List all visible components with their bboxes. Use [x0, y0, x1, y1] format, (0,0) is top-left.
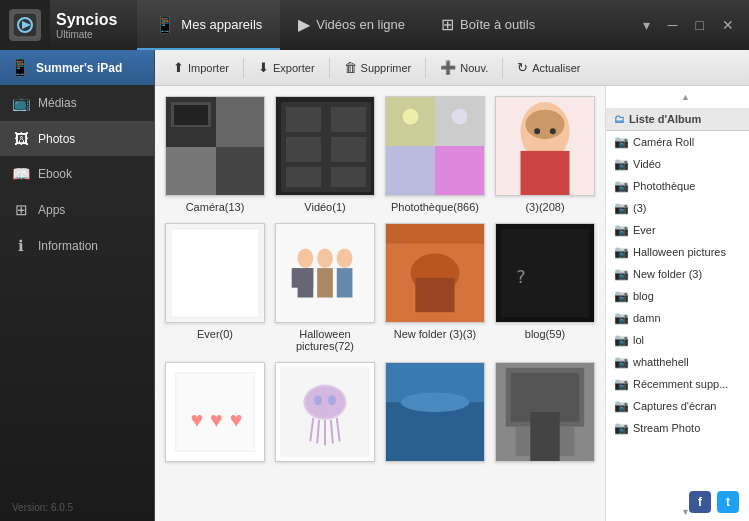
album-thumb-photolib: [385, 96, 485, 196]
scroll-up[interactable]: ▲: [606, 88, 749, 106]
album-list-item-lol[interactable]: 📷 lol: [606, 329, 749, 351]
facebook-button[interactable]: f: [689, 491, 711, 513]
twitter-button[interactable]: t: [717, 491, 739, 513]
lol-list-icon: 📷: [614, 333, 628, 347]
album-item-damn[interactable]: ♥ ♥ ♥: [165, 362, 265, 467]
album-item-photolib[interactable]: Photothèque(866): [385, 96, 485, 213]
album-list-item-camera-roll[interactable]: 📷 Caméra Roll: [606, 131, 749, 153]
album-list-item-ever[interactable]: 📷 Ever: [606, 219, 749, 241]
svg-point-68: [401, 392, 470, 412]
sidebar-item-information[interactable]: ℹ Information: [0, 228, 154, 264]
album-list-label-captures: Captures d'écran: [633, 400, 716, 412]
svg-rect-12: [286, 107, 321, 132]
album-item-video[interactable]: Vidéo(1): [275, 96, 375, 213]
album-list-item-damn[interactable]: 📷 damn: [606, 307, 749, 329]
close-button[interactable]: ✕: [717, 15, 739, 35]
information-icon: ℹ: [12, 237, 30, 255]
album-list-label-3: (3): [633, 202, 646, 214]
album-item-blog[interactable]: ? blog(59): [495, 223, 595, 352]
album-item-camera[interactable]: Caméra(13): [165, 96, 265, 213]
svg-rect-13: [331, 107, 366, 132]
album-list-label-photolib: Photothèque: [633, 180, 695, 192]
photolib-thumbnail: [386, 96, 484, 196]
album-list-item-recentlydel[interactable]: 📷 Récemment supp...: [606, 373, 749, 395]
svg-text:?: ?: [516, 267, 527, 287]
tab-videos[interactable]: ▶ Vidéos en ligne: [280, 0, 423, 50]
album-item-bathroom[interactable]: [495, 362, 595, 467]
album-list-item-photolib[interactable]: 📷 Photothèque: [606, 175, 749, 197]
album-thumb-video: [275, 96, 375, 196]
album-list-label-lol: lol: [633, 334, 644, 346]
photolib-list-icon: 📷: [614, 179, 628, 193]
album-list: 📷 Caméra Roll 📷 Vidéo 📷 Photothèque: [606, 131, 749, 503]
svg-rect-16: [286, 167, 321, 187]
medias-icon: 📺: [12, 94, 30, 112]
nav-tabs: 📱 Mes appareils ▶ Vidéos en ligne ⊞ Boît…: [117, 0, 637, 50]
minimize-button[interactable]: ─: [663, 15, 683, 35]
album-item-newfolder[interactable]: New folder (3)(3): [385, 223, 485, 352]
export-button[interactable]: ⬇ Exporter: [250, 57, 323, 78]
album-item-lol[interactable]: [275, 362, 375, 467]
halloween-list-icon: 📷: [614, 245, 628, 259]
whatthehell-list-icon: 📷: [614, 355, 628, 369]
album-list-item-3[interactable]: 📷 (3): [606, 197, 749, 219]
new-button[interactable]: ➕ Nouv.: [432, 57, 496, 78]
svg-rect-21: [386, 146, 435, 195]
lol-thumbnail: [276, 362, 374, 462]
album-list-item-captures[interactable]: 📷 Captures d'écran: [606, 395, 749, 417]
svg-rect-48: [501, 229, 589, 317]
album-thumb-3: [495, 96, 595, 196]
device-header[interactable]: 📱 Summer's iPad: [0, 50, 154, 85]
sidebar-item-medias[interactable]: 📺 Médias: [0, 85, 154, 121]
album-item-halloween[interactable]: Halloween pictures(72): [275, 223, 375, 352]
album-list-label-halloween: Halloween pictures: [633, 246, 726, 258]
svg-rect-7: [216, 147, 265, 196]
sidebar-item-ebook-label: Ebook: [38, 167, 72, 181]
sidebar-item-apps[interactable]: ⊞ Apps: [0, 192, 154, 228]
album-item-ever[interactable]: Ever(0): [165, 223, 265, 352]
album-thumb-bathroom: [495, 362, 595, 462]
import-button[interactable]: ⬆ Importer: [165, 57, 237, 78]
album-thumb-newfolder: [385, 223, 485, 323]
album-list-item-video[interactable]: 📷 Vidéo: [606, 153, 749, 175]
album-list-item-blog[interactable]: 📷 blog: [606, 285, 749, 307]
delete-label: Supprimer: [361, 62, 412, 74]
stream-list-icon: 📷: [614, 421, 628, 435]
album-item-3[interactable]: (3)(208): [495, 96, 595, 213]
svg-rect-28: [521, 151, 570, 195]
album-list-label-ever: Ever: [633, 224, 656, 236]
svg-point-58: [305, 387, 344, 418]
refresh-button[interactable]: ↻ Actualiser: [509, 57, 588, 78]
svg-rect-14: [286, 137, 321, 162]
album-thumb-damn: ♥ ♥ ♥: [165, 362, 265, 462]
album-list-item-stream[interactable]: 📷 Stream Photo: [606, 417, 749, 439]
album-panel: ▲ 🗂 Liste d'Album 📷 Caméra Roll 📷: [605, 86, 749, 521]
tab-tools[interactable]: ⊞ Boîte à outils: [423, 0, 553, 50]
album-list-label-recentlydel: Récemment supp...: [633, 378, 728, 390]
svg-point-29: [525, 110, 564, 139]
captures-list-icon: 📷: [614, 399, 628, 413]
album-label-newfolder: New folder (3)(3): [394, 328, 477, 340]
album-list-item-newfolder[interactable]: 📷 New folder (3): [606, 263, 749, 285]
svg-rect-6: [166, 147, 216, 196]
export-icon: ⬇: [258, 60, 269, 75]
album-list-item-whatthehell[interactable]: 📷 whatthehell: [606, 351, 749, 373]
svg-text:♥: ♥: [210, 407, 223, 432]
album-list-item-halloween[interactable]: 📷 Halloween pictures: [606, 241, 749, 263]
refresh-icon: ↻: [517, 60, 528, 75]
newfolder-thumbnail: [386, 223, 484, 323]
album-item-wtf[interactable]: [385, 362, 485, 467]
sidebar-item-ebook[interactable]: 📖 Ebook: [0, 156, 154, 192]
svg-point-23: [403, 109, 419, 125]
maximize-button[interactable]: □: [691, 15, 709, 35]
tab-devices[interactable]: 📱 Mes appareils: [137, 0, 280, 50]
damn-thumbnail: ♥ ♥ ♥: [166, 362, 264, 462]
camera-thumbnail: [166, 97, 264, 195]
svg-point-30: [534, 128, 540, 134]
album-label-camera: Caméra(13): [186, 201, 245, 213]
album-list-label-blog: blog: [633, 290, 654, 302]
delete-button[interactable]: 🗑 Supprimer: [336, 57, 420, 78]
toolbar-separator-2: [329, 58, 330, 78]
sidebar-item-photos[interactable]: 🖼 Photos: [0, 121, 154, 156]
3-list-icon: 📷: [614, 201, 628, 215]
